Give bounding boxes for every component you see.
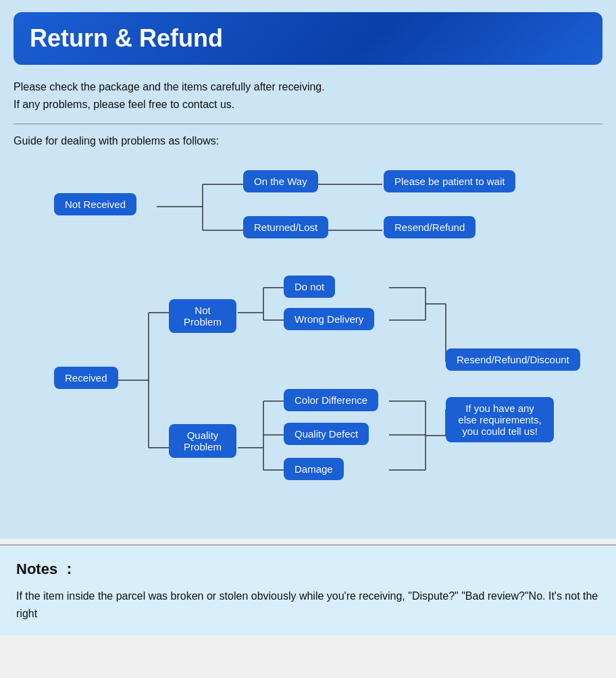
chart1: Not Received On the Way Please be patien… xyxy=(14,161,602,249)
divider xyxy=(14,124,602,124)
resend-refund-box: Resend/Refund xyxy=(384,216,476,238)
quality-defect-box: Quality Defect xyxy=(284,423,369,445)
notes-section: Notes ： If the item inside the parcel wa… xyxy=(0,544,616,635)
chart2: Received Not Problem Do not Wrong Delive… xyxy=(14,262,602,505)
do-not-box: Do not xyxy=(284,276,335,298)
not-problem-box: Not Problem xyxy=(169,299,236,333)
received-box: Received xyxy=(54,367,118,389)
main-container: Return & Refund Please check the package… xyxy=(0,0,616,635)
notes-text: If the item inside the parcel was broken… xyxy=(16,588,600,622)
intro-line2: If any problems, please feel free to con… xyxy=(14,99,234,110)
if-you-have-box: If you have any else requirements, you c… xyxy=(446,397,554,442)
damage-box: Damage xyxy=(284,458,344,480)
notes-title: Notes ： xyxy=(16,559,600,579)
color-difference-box: Color Difference xyxy=(284,389,378,411)
please-wait-box: Please be patient to wait xyxy=(384,170,515,192)
resend-refund-discount-box: Resend/Refund/Discount xyxy=(446,348,580,371)
intro-text: Please check the package and the items c… xyxy=(14,78,602,113)
quality-problem-box: Quality Problem xyxy=(169,424,236,458)
not-received-box: Not Received xyxy=(54,193,136,215)
wrong-delivery-box: Wrong Delivery xyxy=(284,308,374,330)
returned-lost-box: Returned/Lost xyxy=(243,216,328,238)
intro-line1: Please check the package and the items c… xyxy=(14,81,325,93)
top-section: Return & Refund Please check the package… xyxy=(0,0,616,539)
on-the-way-box: On the Way xyxy=(243,170,318,192)
header-bar: Return & Refund xyxy=(14,12,602,65)
guide-label: Guide for dealing with problems as follo… xyxy=(14,135,602,147)
page-title: Return & Refund xyxy=(30,24,223,52)
